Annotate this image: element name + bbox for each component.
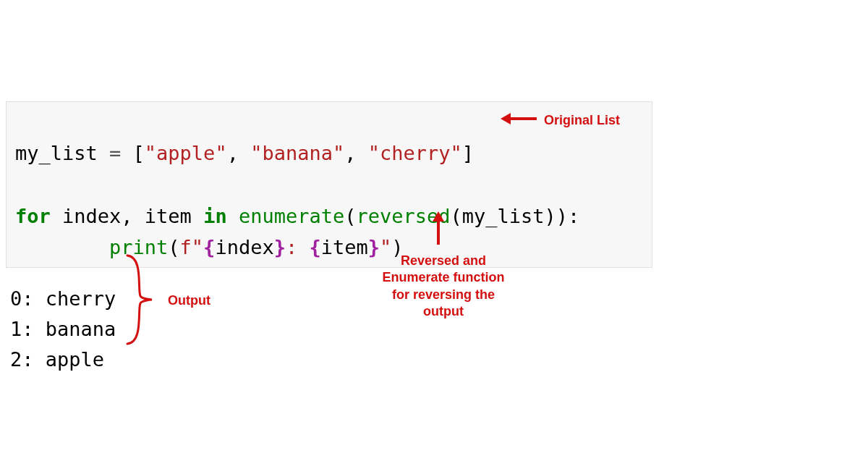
output-line-3: 2: apple <box>10 348 104 371</box>
svg-marker-3 <box>433 211 444 221</box>
annotation-output: Output <box>168 292 210 309</box>
svg-marker-1 <box>501 113 511 124</box>
annotation-original-list: Original List <box>544 112 620 129</box>
arrow-up-icon <box>430 210 447 246</box>
arrow-left-icon <box>499 110 538 127</box>
curly-brace-icon <box>123 253 159 347</box>
code-line-2: for index, item in enumerate(reversed(my… <box>15 205 579 227</box>
output-line-1: 0: cherry <box>10 287 116 310</box>
annotation-reversed-function: Reversed and Enumerate function for reve… <box>382 253 505 321</box>
output-block: 0: cherry 1: banana 2: apple <box>10 253 116 374</box>
code-line-1: my_list = ["apple", "banana", "cherry"] <box>15 142 474 164</box>
output-line-2: 1: banana <box>10 318 116 340</box>
